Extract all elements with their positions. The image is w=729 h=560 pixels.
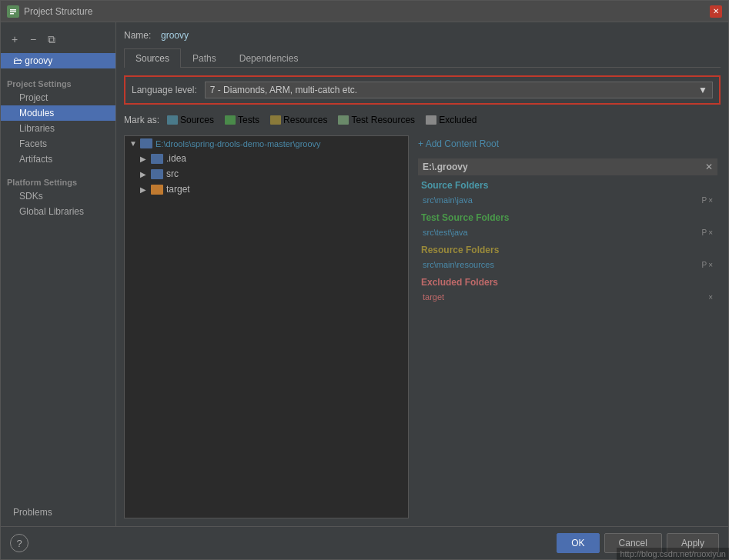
tree-folder-src <box>151 169 163 179</box>
resource-folder-p[interactable]: P <box>701 261 707 269</box>
split-panel: ▼ E:\drools\spring-drools-demo-master\gr… <box>124 135 721 518</box>
resources-folder-icon <box>270 115 281 125</box>
tab-dependencies[interactable]: Dependencies <box>228 48 310 68</box>
source-folder-entry: src\main\java P × <box>418 194 717 206</box>
remove-module-button[interactable]: − <box>25 32 41 47</box>
excluded-folder-icon <box>426 115 436 125</box>
tests-folder-icon <box>225 115 236 125</box>
resource-folder-entry: src\main\resources P × <box>418 258 717 271</box>
add-module-button[interactable]: + <box>7 32 22 47</box>
language-level-select[interactable]: 7 - Diamonds, ARM, multi-catch etc. ▼ <box>205 82 713 98</box>
test-source-folder-p[interactable]: P <box>701 228 707 237</box>
mark-as-label: Mark as: <box>124 115 159 125</box>
resource-folders-title: Resource Folders <box>418 245 717 255</box>
source-folders-title: Source Folders <box>418 180 717 191</box>
title-bar: Project Structure ✕ <box>1 1 728 22</box>
project-settings-label: Project Settings <box>1 75 115 90</box>
name-label: Name: <box>124 30 155 41</box>
mark-as-test-resources[interactable]: Test Resources <box>335 114 418 126</box>
tab-paths[interactable]: Paths <box>181 48 228 68</box>
bottom-left: ? <box>10 534 28 552</box>
tree-item-target[interactable]: ▶ target <box>125 182 408 197</box>
excluded-folders-title: Excluded Folders <box>418 277 717 288</box>
platform-settings-label: Platform Settings <box>1 173 115 188</box>
tree-arrow-target: ▶ <box>140 185 148 194</box>
tree-item-src[interactable]: ▶ src <box>125 166 408 182</box>
mark-as-row: Mark as: Sources Tests Resources Test Re… <box>124 114 721 126</box>
close-button[interactable]: ✕ <box>710 5 722 18</box>
main-panel: Name: groovy Sources Paths Dependencies … <box>116 22 728 526</box>
excluded-folder-x[interactable]: × <box>708 293 713 302</box>
sidebar-item-facets[interactable]: Facets <box>1 136 115 152</box>
sidebar-item-sdks[interactable]: SDKs <box>1 188 115 204</box>
name-value: groovy <box>161 30 189 41</box>
language-level-row: Language level: 7 - Diamonds, ARM, multi… <box>124 75 721 105</box>
mark-as-resources[interactable]: Resources <box>267 114 330 126</box>
content-area: + − ⧉ 🗁 groovy Project Settings Project … <box>1 22 728 526</box>
source-folders-section: Source Folders src\main\java P × <box>418 180 717 206</box>
right-panel: + Add Content Root E:\.groovy ✕ Source F… <box>415 135 721 518</box>
test-source-folders-section: Test Source Folders src\test\java P × <box>418 212 717 238</box>
excluded-folder-entry: target × <box>418 291 717 303</box>
resource-folder-path: src\main\resources <box>423 260 494 269</box>
tree-folder-root <box>140 138 152 148</box>
tree-folder-target <box>151 185 163 195</box>
tree-folder-idea <box>151 154 163 164</box>
sidebar-item-global-libraries[interactable]: Global Libraries <box>1 204 115 219</box>
test-source-folder-entry: src\test\java P × <box>418 226 717 238</box>
resource-folder-x[interactable]: × <box>708 261 713 269</box>
tree-item-root[interactable]: ▼ E:\drools\spring-drools-demo-master\gr… <box>125 136 408 151</box>
sidebar-toolbar: + − ⧉ <box>1 28 115 50</box>
excluded-folder-path: target <box>423 292 444 302</box>
svg-rect-1 <box>10 9 16 11</box>
sidebar-item-modules[interactable]: Modules <box>1 105 115 121</box>
excluded-folder-actions: × <box>708 293 713 302</box>
svg-rect-2 <box>10 11 16 12</box>
content-root-title: E:\.groovy <box>423 162 468 172</box>
sidebar: + − ⧉ 🗁 groovy Project Settings Project … <box>1 22 116 526</box>
source-folder-path: src\main\java <box>423 195 473 205</box>
sidebar-item-project[interactable]: Project <box>1 90 115 105</box>
ok-button[interactable]: OK <box>557 533 599 553</box>
copy-module-button[interactable]: ⧉ <box>44 32 59 47</box>
content-root-close[interactable]: ✕ <box>705 162 713 172</box>
tab-sources[interactable]: Sources <box>124 48 181 68</box>
name-row: Name: groovy <box>124 30 721 41</box>
file-tree: ▼ E:\drools\spring-drools-demo-master\gr… <box>124 135 409 518</box>
tree-item-idea[interactable]: ▶ .idea <box>125 151 408 166</box>
title-bar-title: Project Structure <box>24 6 92 17</box>
tree-arrow-src: ▶ <box>140 170 148 178</box>
mark-as-sources[interactable]: Sources <box>164 114 217 126</box>
test-source-folder-actions: P × <box>701 228 713 237</box>
help-button[interactable]: ? <box>10 534 28 552</box>
add-content-root-button[interactable]: + Add Content Root <box>418 135 717 152</box>
sidebar-item-artifacts[interactable]: Artifacts <box>1 152 115 167</box>
app-icon <box>7 5 19 18</box>
tree-arrow-root: ▼ <box>129 139 137 148</box>
sidebar-module-groovy[interactable]: 🗁 groovy <box>1 53 115 68</box>
resource-folder-actions: P × <box>701 261 713 269</box>
sidebar-item-libraries[interactable]: Libraries <box>1 121 115 136</box>
excluded-folders-section: Excluded Folders target × <box>418 277 717 303</box>
language-level-label: Language level: <box>132 85 197 95</box>
test-source-folder-path: src\test\java <box>423 228 468 237</box>
resource-folders-section: Resource Folders src\main\resources P × <box>418 245 717 271</box>
sources-folder-icon <box>167 115 178 125</box>
test-resources-folder-icon <box>338 115 349 125</box>
content-root-header: E:\.groovy ✕ <box>418 158 717 175</box>
source-folder-actions: P × <box>701 196 713 205</box>
source-folder-p[interactable]: P <box>701 196 707 205</box>
test-source-folders-title: Test Source Folders <box>418 212 717 223</box>
tree-arrow-idea: ▶ <box>140 155 148 163</box>
tabs-bar: Sources Paths Dependencies <box>124 48 721 68</box>
test-source-folder-x[interactable]: × <box>708 228 713 237</box>
title-bar-left: Project Structure <box>7 5 92 18</box>
watermark: http://blog.csdn.net/ruoxiyun <box>617 548 729 560</box>
project-structure-dialog: Project Structure ✕ + − ⧉ 🗁 groovy Proje… <box>0 0 729 560</box>
module-folder-icon: 🗁 <box>13 55 22 66</box>
sidebar-item-problems[interactable]: Problems <box>1 505 115 520</box>
mark-as-excluded[interactable]: Excluded <box>423 114 480 126</box>
mark-as-tests[interactable]: Tests <box>222 114 263 126</box>
svg-rect-3 <box>10 13 14 15</box>
source-folder-x[interactable]: × <box>708 196 713 205</box>
